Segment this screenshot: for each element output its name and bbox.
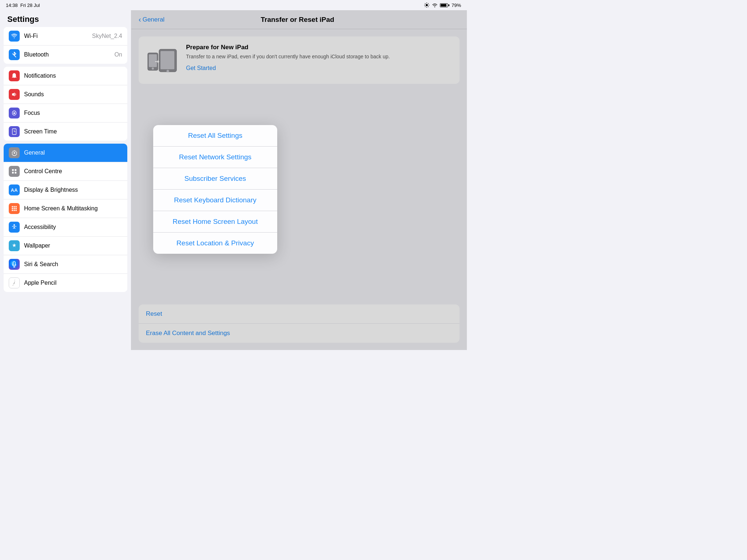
action-sheet-overlay: Reset All Settings Reset Network Setting… <box>131 10 467 350</box>
svg-rect-21 <box>15 208 16 209</box>
sidebar: Settings Wi-Fi SkyNet_2.4 Bluetooth On <box>0 10 131 350</box>
sidebar-item-general[interactable]: General <box>4 144 127 162</box>
sidebar-item-notifications[interactable]: Notifications <box>4 67 127 85</box>
svg-rect-14 <box>12 172 14 174</box>
svg-point-25 <box>13 224 15 226</box>
svg-point-0 <box>426 4 428 6</box>
action-reset-all[interactable]: Reset All Settings <box>153 125 277 147</box>
svg-rect-20 <box>13 208 15 209</box>
sidebar-group-system: Notifications Sounds Focus Screen Time <box>4 67 127 141</box>
sidebar-item-bluetooth[interactable]: Bluetooth On <box>4 46 127 64</box>
action-subscriber[interactable]: Subscriber Services <box>153 168 277 190</box>
sidebar-group-connectivity: Wi-Fi SkyNet_2.4 Bluetooth On <box>4 27 127 64</box>
sidebar-item-wifi[interactable]: Wi-Fi SkyNet_2.4 <box>4 27 127 46</box>
action-reset-network[interactable]: Reset Network Settings <box>153 147 277 168</box>
svg-rect-19 <box>12 208 13 209</box>
controlcentre-icon <box>9 166 20 177</box>
wallpaper-icon <box>9 240 20 251</box>
wifi-value: SkyNet_2.4 <box>92 33 122 39</box>
action-reset-keyboard[interactable]: Reset Keyboard Dictionary <box>153 190 277 211</box>
sidebar-item-siri[interactable]: Siri & Search <box>4 255 127 274</box>
sidebar-item-sounds[interactable]: Sounds <box>4 85 127 104</box>
screentime-label: Screen Time <box>24 128 122 135</box>
display-icon: AA <box>9 184 20 195</box>
wifi-icon <box>432 3 438 8</box>
notifications-label: Notifications <box>24 73 122 79</box>
svg-rect-16 <box>12 206 13 207</box>
brightness-icon <box>424 2 430 8</box>
general-icon <box>9 147 20 158</box>
sidebar-item-screentime[interactable]: Screen Time <box>4 122 127 141</box>
svg-line-5 <box>425 3 426 4</box>
status-time-date: 14:38 Fri 28 Jul <box>6 3 40 8</box>
focus-icon <box>9 108 20 118</box>
sidebar-item-wallpaper[interactable]: Wallpaper <box>4 237 127 255</box>
svg-rect-17 <box>13 206 15 207</box>
homescreen-label: Home Screen & Multitasking <box>24 205 122 212</box>
action-reset-home[interactable]: Reset Home Screen Layout <box>153 211 277 233</box>
svg-line-7 <box>428 3 429 4</box>
svg-line-8 <box>425 7 426 7</box>
svg-rect-24 <box>15 210 16 211</box>
status-bar: 14:38 Fri 28 Jul 79% <box>0 0 467 10</box>
homescreen-icon <box>9 203 20 214</box>
svg-line-6 <box>428 7 429 7</box>
action-reset-location[interactable]: Reset Location & Privacy <box>153 233 277 254</box>
wallpaper-label: Wallpaper <box>24 242 122 249</box>
sidebar-title: Settings <box>0 10 131 27</box>
sounds-label: Sounds <box>24 91 122 98</box>
pencil-icon <box>9 277 20 288</box>
sidebar-item-pencil[interactable]: Apple Pencil <box>4 274 127 292</box>
status-indicators: 79% <box>424 2 461 8</box>
bluetooth-label: Bluetooth <box>24 51 115 58</box>
wifi-setting-icon <box>9 31 20 42</box>
battery-icon <box>440 3 449 7</box>
screentime-icon <box>9 126 20 137</box>
svg-point-11 <box>13 152 15 153</box>
sidebar-item-focus[interactable]: Focus <box>4 104 127 122</box>
controlcentre-label: Control Centre <box>24 168 122 175</box>
wifi-label: Wi-Fi <box>24 33 92 39</box>
svg-marker-9 <box>12 93 15 97</box>
display-label: Display & Brightness <box>24 187 122 193</box>
siri-icon <box>9 259 20 270</box>
svg-rect-12 <box>12 169 14 171</box>
sidebar-group-general: General Control Centre AA Display & Brig… <box>4 144 127 292</box>
accessibility-label: Accessibility <box>24 224 122 230</box>
action-sheet: Reset All Settings Reset Network Setting… <box>153 125 277 254</box>
svg-rect-13 <box>15 169 16 171</box>
pencil-label: Apple Pencil <box>24 280 122 286</box>
sidebar-item-homescreen[interactable]: Home Screen & Multitasking <box>4 199 127 218</box>
sidebar-item-accessibility[interactable]: Accessibility <box>4 218 127 237</box>
sidebar-item-display[interactable]: AA Display & Brightness <box>4 181 127 199</box>
focus-label: Focus <box>24 110 122 116</box>
svg-line-29 <box>14 280 15 280</box>
siri-label: Siri & Search <box>24 261 122 268</box>
svg-rect-18 <box>15 206 16 207</box>
sidebar-item-controlcentre[interactable]: Control Centre <box>4 162 127 181</box>
accessibility-icon <box>9 222 20 233</box>
content-area: ‹ General Transfer or Reset iPad <box>131 10 467 350</box>
bluetooth-setting-icon <box>9 49 20 60</box>
svg-point-26 <box>13 261 15 265</box>
svg-rect-23 <box>13 210 15 211</box>
notifications-icon <box>9 70 20 81</box>
svg-rect-22 <box>12 210 13 211</box>
battery-percent: 79% <box>452 3 461 8</box>
svg-rect-15 <box>15 172 16 174</box>
sounds-icon <box>9 89 20 100</box>
bluetooth-value: On <box>115 51 122 58</box>
general-label: General <box>24 149 122 156</box>
